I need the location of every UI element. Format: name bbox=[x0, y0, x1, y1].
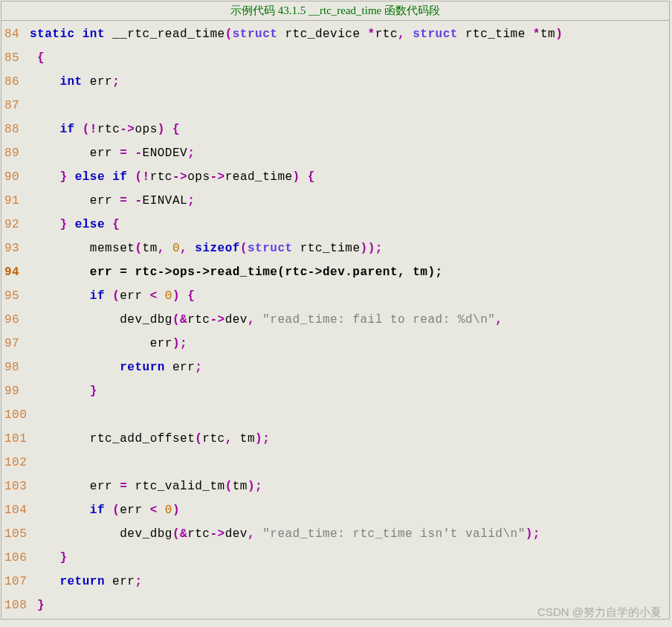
code-text: dev_dbg(&rtc->dev, "read_time: fail to r… bbox=[30, 308, 669, 332]
code-line: 97 err); bbox=[1, 332, 669, 356]
line-number: 87 bbox=[1, 94, 30, 118]
code-title: 示例代码 43.1.5 __rtc_read_time 函数代码段 bbox=[1, 1, 669, 21]
code-text: if (err < 0) { bbox=[30, 284, 669, 308]
code-text: err = -EINVAL; bbox=[30, 189, 669, 213]
line-number: 89 bbox=[1, 141, 30, 165]
line-number: 108 bbox=[1, 594, 30, 617]
code-line: 91 err = -EINVAL; bbox=[1, 189, 669, 213]
code-line: 95 if (err < 0) { bbox=[1, 284, 669, 308]
line-number: 101 bbox=[1, 427, 30, 451]
code-text: } bbox=[30, 594, 669, 617]
code-line: 84static int __rtc_read_time(struct rtc_… bbox=[1, 22, 669, 46]
code-line: 104 if (err < 0) bbox=[1, 498, 669, 522]
code-text: } bbox=[30, 379, 669, 403]
code-line: 101 rtc_add_offset(rtc, tm); bbox=[1, 427, 669, 451]
code-line: 102 bbox=[1, 451, 669, 475]
code-text: err = -ENODEV; bbox=[30, 141, 669, 165]
line-number: 94 bbox=[1, 260, 30, 284]
line-number: 105 bbox=[1, 522, 30, 546]
code-text: err); bbox=[30, 332, 669, 356]
code-text: err = rtc_valid_tm(tm); bbox=[30, 475, 669, 498]
code-line: 94 err = rtc->ops->read_time(rtc->dev.pa… bbox=[1, 260, 669, 284]
code-text: } bbox=[30, 546, 669, 570]
line-number: 85 bbox=[1, 46, 30, 70]
line-number: 102 bbox=[1, 451, 30, 475]
line-number: 96 bbox=[1, 308, 30, 332]
code-line: 85 { bbox=[1, 46, 669, 70]
line-number: 93 bbox=[1, 237, 30, 260]
code-text: memset(tm, 0, sizeof(struct rtc_time)); bbox=[30, 237, 669, 260]
code-text bbox=[30, 403, 669, 427]
code-line: 103 err = rtc_valid_tm(tm); bbox=[1, 475, 669, 498]
line-number: 106 bbox=[1, 546, 30, 570]
code-line: 106 } bbox=[1, 546, 669, 570]
code-text: dev_dbg(&rtc->dev, "read_time: rtc_time … bbox=[30, 522, 669, 546]
code-line: 89 err = -ENODEV; bbox=[1, 141, 669, 165]
code-text bbox=[30, 451, 669, 475]
code-text bbox=[30, 94, 669, 118]
code-line: 93 memset(tm, 0, sizeof(struct rtc_time)… bbox=[1, 237, 669, 260]
code-text: int err; bbox=[30, 70, 669, 94]
code-text: static int __rtc_read_time(struct rtc_de… bbox=[30, 22, 669, 46]
line-number: 84 bbox=[1, 22, 30, 46]
line-number: 88 bbox=[1, 118, 30, 141]
code-text: rtc_add_offset(rtc, tm); bbox=[30, 427, 669, 451]
code-text: } else { bbox=[30, 213, 669, 237]
code-text: return err; bbox=[30, 356, 669, 379]
code-text: { bbox=[30, 46, 669, 70]
code-line: 92 } else { bbox=[1, 213, 669, 237]
line-number: 92 bbox=[1, 213, 30, 237]
code-line: 96 dev_dbg(&rtc->dev, "read_time: fail t… bbox=[1, 308, 669, 332]
line-number: 100 bbox=[1, 403, 30, 427]
code-line: 88 if (!rtc->ops) { bbox=[1, 118, 669, 141]
code-line: 100 bbox=[1, 403, 669, 427]
code-block-container: 示例代码 43.1.5 __rtc_read_time 函数代码段 84stat… bbox=[1, 1, 670, 620]
code-line: 108 } bbox=[1, 594, 669, 617]
code-text: if (!rtc->ops) { bbox=[30, 118, 669, 141]
code-text: } else if (!rtc->ops->read_time) { bbox=[30, 165, 669, 189]
code-text: return err; bbox=[30, 570, 669, 594]
code-line: 98 return err; bbox=[1, 356, 669, 379]
line-number: 90 bbox=[1, 165, 30, 189]
line-number: 107 bbox=[1, 570, 30, 594]
code-text: if (err < 0) bbox=[30, 498, 669, 522]
code-line: 107 return err; bbox=[1, 570, 669, 594]
line-number: 86 bbox=[1, 70, 30, 94]
code-text: err = rtc->ops->read_time(rtc->dev.paren… bbox=[30, 260, 669, 284]
code-line: 86 int err; bbox=[1, 70, 669, 94]
line-number: 104 bbox=[1, 498, 30, 522]
line-number: 99 bbox=[1, 379, 30, 403]
line-number: 91 bbox=[1, 189, 30, 213]
line-number: 95 bbox=[1, 284, 30, 308]
line-number: 98 bbox=[1, 356, 30, 379]
code-line: 90 } else if (!rtc->ops->read_time) { bbox=[1, 165, 669, 189]
code-line: 99 } bbox=[1, 379, 669, 403]
code-area: 84static int __rtc_read_time(struct rtc_… bbox=[1, 21, 669, 619]
code-line: 87 bbox=[1, 94, 669, 118]
line-number: 97 bbox=[1, 332, 30, 356]
code-line: 105 dev_dbg(&rtc->dev, "read_time: rtc_t… bbox=[1, 522, 669, 546]
line-number: 103 bbox=[1, 475, 30, 498]
